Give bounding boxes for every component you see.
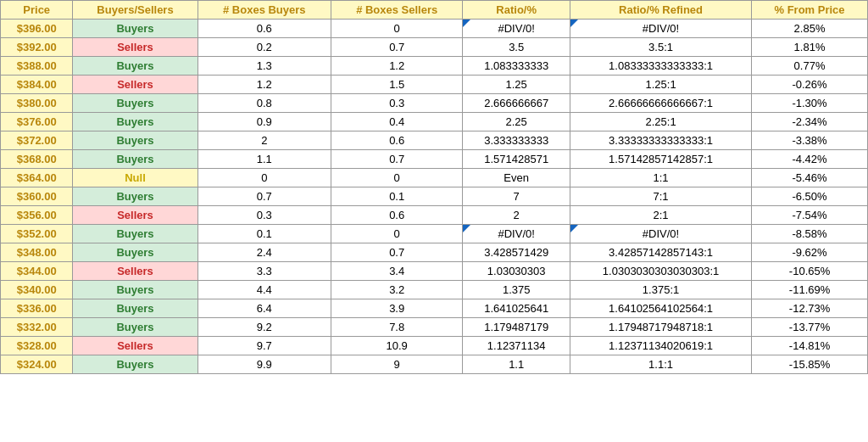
boxes-sellers-cell: 7.8 [331,318,463,337]
ratio-refined-cell: 1.64102564102564:1 [570,299,751,318]
ratio-cell: 1.12371134 [463,337,570,355]
pct-from-price-cell: -14.81% [752,337,868,355]
ratio-refined-cell: 2.66666666666667:1 [570,94,751,113]
type-cell: Buyers [73,318,198,337]
col-header-pct-from-price: % From Price [752,1,868,20]
pct-from-price-cell: -1.30% [752,94,868,113]
type-cell: Buyers [73,150,198,169]
ratio-cell: 1.375 [463,281,570,299]
boxes-sellers-cell: 3.4 [331,262,463,281]
boxes-sellers-cell: 0.7 [331,243,463,262]
boxes-buyers-cell: 0.8 [198,94,331,113]
boxes-buyers-cell: 0 [198,169,331,187]
pct-from-price-cell: -9.62% [752,243,868,262]
price-cell: $372.00 [1,131,73,150]
type-cell: Buyers [73,243,198,262]
price-cell: $356.00 [1,206,73,225]
pct-from-price-cell: 1.81% [752,38,868,57]
pct-from-price-cell: -10.65% [752,262,868,281]
ratio-refined-cell: 1.17948717948718:1 [570,318,751,337]
boxes-buyers-cell: 0.9 [198,113,331,131]
ratio-cell: #DIV/0! [463,225,570,243]
boxes-buyers-cell: 9.7 [198,337,331,355]
boxes-sellers-cell: 9 [331,355,463,374]
pct-from-price-cell: 2.85% [752,20,868,38]
pct-from-price-cell: -4.42% [752,150,868,169]
price-table: Price Buyers/Sellers # Boxes Buyers # Bo… [0,0,868,374]
boxes-buyers-cell: 0.7 [198,187,331,206]
pct-from-price-cell: -11.69% [752,281,868,299]
boxes-buyers-cell: 1.2 [198,76,331,94]
boxes-sellers-cell: 0 [331,169,463,187]
pct-from-price-cell: -3.38% [752,131,868,150]
price-cell: $368.00 [1,150,73,169]
boxes-sellers-cell: 0.6 [331,131,463,150]
boxes-buyers-cell: 2.4 [198,243,331,262]
boxes-sellers-cell: 0.4 [331,113,463,131]
type-cell: Buyers [73,131,198,150]
price-cell: $384.00 [1,76,73,94]
ratio-cell: 2 [463,206,570,225]
type-cell: Sellers [73,38,198,57]
type-cell: Buyers [73,281,198,299]
pct-from-price-cell: -15.85% [752,355,868,374]
type-cell: Buyers [73,299,198,318]
ratio-cell: 1.571428571 [463,150,570,169]
boxes-sellers-cell: 0 [331,225,463,243]
ratio-cell: 3.333333333 [463,131,570,150]
ratio-refined-cell: 1:1 [570,169,751,187]
type-cell: Buyers [73,355,198,374]
ratio-cell: 1.1 [463,355,570,374]
ratio-cell: 3.5 [463,38,570,57]
price-cell: $348.00 [1,243,73,262]
ratio-refined-cell: 2.25:1 [570,113,751,131]
type-cell: Buyers [73,57,198,76]
col-header-boxes-buyers: # Boxes Buyers [198,1,331,20]
boxes-buyers-cell: 9.9 [198,355,331,374]
price-cell: $336.00 [1,299,73,318]
price-cell: $324.00 [1,355,73,374]
type-cell: Sellers [73,206,198,225]
boxes-buyers-cell: 1.1 [198,150,331,169]
boxes-buyers-cell: 4.4 [198,281,331,299]
ratio-cell: 1.25 [463,76,570,94]
type-cell: Sellers [73,76,198,94]
ratio-refined-cell: 3.42857142857143:1 [570,243,751,262]
ratio-cell: 1.179487179 [463,318,570,337]
price-cell: $364.00 [1,169,73,187]
pct-from-price-cell: -12.73% [752,299,868,318]
ratio-refined-cell: 2:1 [570,206,751,225]
price-cell: $360.00 [1,187,73,206]
pct-from-price-cell: 0.77% [752,57,868,76]
pct-from-price-cell: -13.77% [752,318,868,337]
pct-from-price-cell: -6.50% [752,187,868,206]
ratio-cell: 2.25 [463,113,570,131]
ratio-refined-cell: 1.57142857142857:1 [570,150,751,169]
boxes-sellers-cell: 1.5 [331,76,463,94]
boxes-buyers-cell: 1.3 [198,57,331,76]
ratio-refined-cell: 1.0303030303030303:1 [570,262,751,281]
price-cell: $376.00 [1,113,73,131]
ratio-refined-cell: #DIV/0! [570,20,751,38]
boxes-buyers-cell: 0.2 [198,38,331,57]
pct-from-price-cell: -5.46% [752,169,868,187]
type-cell: Buyers [73,94,198,113]
ratio-refined-cell: 1.08333333333333:1 [570,57,751,76]
boxes-buyers-cell: 0.1 [198,225,331,243]
boxes-buyers-cell: 3.3 [198,262,331,281]
pct-from-price-cell: -0.26% [752,76,868,94]
ratio-refined-cell: 1.1:1 [570,355,751,374]
pct-from-price-cell: -7.54% [752,206,868,225]
col-header-buyers-sellers: Buyers/Sellers [73,1,198,20]
col-header-boxes-sellers: # Boxes Sellers [331,1,463,20]
ratio-refined-cell: 7:1 [570,187,751,206]
pct-from-price-cell: -8.58% [752,225,868,243]
ratio-cell: 7 [463,187,570,206]
ratio-cell: 1.083333333 [463,57,570,76]
boxes-sellers-cell: 0.7 [331,38,463,57]
boxes-buyers-cell: 0.3 [198,206,331,225]
type-cell: Buyers [73,225,198,243]
ratio-refined-cell: 3.33333333333333:1 [570,131,751,150]
col-header-ratio: Ratio/% [463,1,570,20]
ratio-cell: 1.641025641 [463,299,570,318]
